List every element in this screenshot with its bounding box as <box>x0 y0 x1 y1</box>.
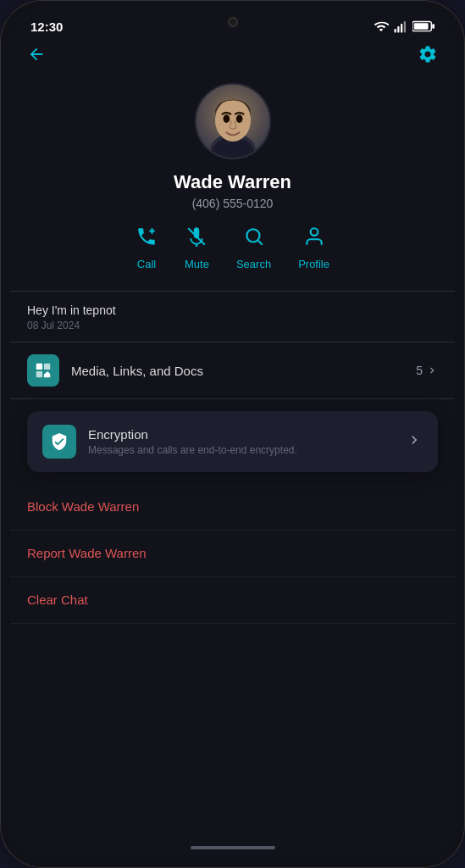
search-button[interactable]: Search <box>236 225 271 270</box>
svg-rect-3 <box>404 21 406 33</box>
svg-line-15 <box>258 241 263 245</box>
status-bar: 12:30 <box>10 10 455 37</box>
call-label: Call <box>137 258 156 270</box>
call-icon <box>136 225 158 253</box>
encryption-chevron-icon <box>406 431 423 453</box>
wifi-icon <box>374 19 389 34</box>
encryption-description: Messages and calls are end-to-end encryp… <box>88 444 394 456</box>
mute-button[interactable]: Mute <box>185 225 209 270</box>
block-action[interactable]: Block Wade Warren <box>10 484 455 531</box>
media-section[interactable]: Media, Links, and Docs 5 <box>10 342 455 398</box>
status-section: Hey I'm in tepnot 08 Jul 2024 <box>10 292 455 342</box>
encryption-icon <box>50 432 69 451</box>
divider-3 <box>10 398 455 399</box>
svg-point-11 <box>223 114 230 123</box>
mute-label: Mute <box>185 258 209 270</box>
encryption-icon-box <box>42 425 76 459</box>
media-label: Media, Links, and Docs <box>71 364 404 378</box>
media-chevron-icon <box>426 364 438 376</box>
report-action[interactable]: Report Wade Warren <box>10 531 455 577</box>
block-label: Block Wade Warren <box>27 499 139 514</box>
search-icon <box>243 225 265 253</box>
svg-rect-0 <box>395 29 396 33</box>
notch <box>228 17 238 27</box>
profile-button[interactable]: Profile <box>298 225 329 270</box>
svg-rect-19 <box>36 371 42 377</box>
back-button[interactable] <box>27 45 46 69</box>
encryption-title: Encryption <box>88 427 394 442</box>
report-label: Report Wade Warren <box>27 546 147 560</box>
clear-chat-label: Clear Chat <box>27 593 88 607</box>
svg-point-12 <box>235 114 242 123</box>
avatar <box>195 83 271 159</box>
svg-rect-2 <box>401 24 402 33</box>
profile-section: Wade Warren (406) 555-0120 Call <box>10 80 455 291</box>
encryption-card[interactable]: Encryption Messages and calls are end-to… <box>27 411 438 472</box>
action-buttons-row: Call Mute <box>27 225 438 274</box>
svg-rect-1 <box>397 26 399 33</box>
home-indicator <box>191 846 275 849</box>
avatar-image <box>197 85 269 158</box>
phone-screen: 12:30 <box>10 10 455 858</box>
svg-point-14 <box>246 229 259 242</box>
status-time: 12:30 <box>30 19 63 34</box>
clear-chat-action[interactable]: Clear Chat <box>10 577 455 624</box>
encryption-text: Encryption Messages and calls are end-to… <box>88 427 394 456</box>
contact-name: Wade Warren <box>174 171 291 193</box>
search-label: Search <box>236 258 271 270</box>
mute-icon <box>185 225 208 253</box>
status-icons <box>374 19 435 34</box>
battery-icon <box>412 20 435 32</box>
signal-icon <box>393 19 408 34</box>
media-icon <box>34 361 53 380</box>
svg-point-16 <box>310 228 318 236</box>
svg-rect-6 <box>414 23 429 29</box>
header <box>10 37 455 80</box>
status-date: 08 Jul 2024 <box>27 320 438 331</box>
media-icon-box <box>27 354 59 387</box>
settings-button[interactable] <box>418 44 438 70</box>
profile-label: Profile <box>298 258 329 270</box>
status-text: Hey I'm in tepnot <box>27 303 438 317</box>
svg-rect-18 <box>44 364 50 370</box>
phone-frame: 12:30 <box>0 0 465 868</box>
call-button[interactable]: Call <box>136 225 158 270</box>
svg-rect-17 <box>36 364 42 370</box>
svg-rect-5 <box>432 24 435 29</box>
contact-phone: (406) 555-0120 <box>192 197 274 210</box>
media-count: 5 <box>416 364 438 377</box>
profile-icon <box>303 225 325 253</box>
